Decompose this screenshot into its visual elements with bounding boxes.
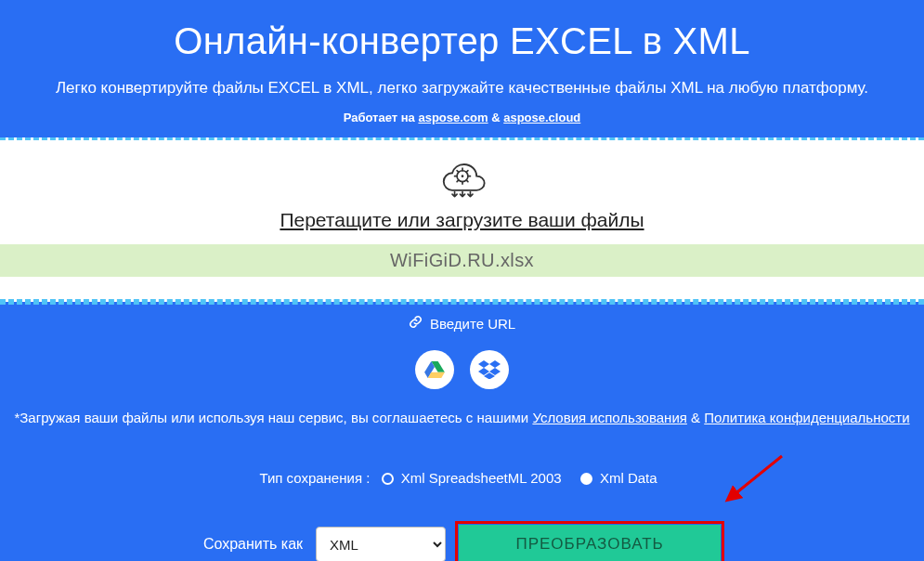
cloud-storage-row: [0, 350, 924, 389]
dropbox-button[interactable]: [470, 350, 509, 389]
action-row: Сохранить как XML ПРЕОБРАЗОВАТЬ: [0, 525, 924, 561]
file-drop-area[interactable]: Перетащите или загрузите ваши файлы WiFi…: [0, 137, 924, 302]
save-type-row: Тип сохранения : Xml SpreadsheetML 2003 …: [0, 470, 924, 486]
terms-link[interactable]: Условия использования: [532, 410, 687, 425]
powered-line: Работает на aspose.com & aspose.cloud: [0, 111, 924, 124]
upload-cloud-icon: [437, 159, 488, 200]
drop-prompt-text: Перетащите или загрузите ваши файлы: [0, 209, 924, 231]
powered-link-aspose-cloud[interactable]: aspose.cloud: [503, 111, 580, 124]
url-input-label: Введите URL: [430, 316, 515, 332]
url-input-trigger[interactable]: Введите URL: [0, 302, 924, 337]
privacy-link[interactable]: Политика конфиденциальности: [704, 410, 909, 425]
convert-button[interactable]: ПРЕОБРАЗОВАТЬ: [459, 525, 721, 561]
link-icon: [409, 315, 423, 332]
page-title: Онлайн-конвертер EXCEL в XML: [0, 0, 924, 62]
disclaimer-prefix: *Загружая ваши файлы или используя наш с…: [14, 410, 532, 425]
uploaded-file-name: WiFiGiD.RU.xlsx: [0, 244, 924, 277]
powered-link-aspose-com[interactable]: aspose.com: [418, 111, 488, 124]
page-subtitle: Легко конвертируйте файлы EXCEL в XML, л…: [0, 79, 924, 98]
output-format-select[interactable]: XML: [316, 527, 446, 561]
drop-panel-spacer: [0, 277, 924, 299]
save-as-label: Сохранить как: [203, 536, 303, 553]
svg-point-1: [461, 175, 463, 177]
save-type-label: Тип сохранения :: [259, 470, 370, 486]
disclaimer-line: *Загружая ваши файлы или используя наш с…: [0, 410, 924, 425]
save-type-option-spreadsheetml[interactable]: Xml SpreadsheetML 2003: [382, 470, 566, 486]
save-type-option1-text: Xml SpreadsheetML 2003: [401, 470, 562, 486]
save-type-option2-text: Xml Data: [600, 470, 657, 486]
powered-prefix: Работает на: [344, 111, 419, 124]
powered-sep-amp: &: [488, 111, 504, 124]
google-drive-button[interactable]: [415, 350, 454, 389]
save-type-radio-spreadsheetml[interactable]: [382, 473, 394, 485]
disclaimer-sep-amp: &: [687, 410, 704, 425]
save-type-radio-xmldata[interactable]: [580, 473, 592, 485]
save-type-option-xmldata[interactable]: Xml Data: [580, 470, 657, 486]
